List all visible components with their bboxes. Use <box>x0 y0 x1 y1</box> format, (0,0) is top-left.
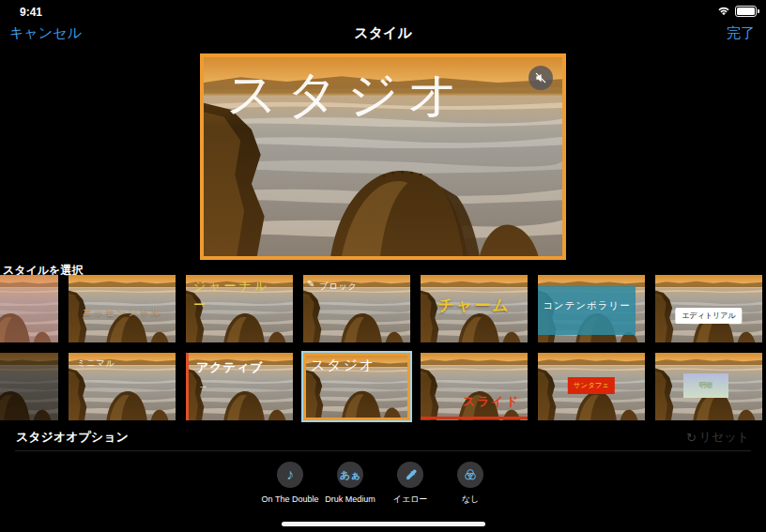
color-filter-icon <box>463 467 478 482</box>
style-thumbnail-block[interactable]: ✎ ブロック <box>303 275 410 342</box>
style-thumbnails-row-1: ーショ エッセンシャル <box>0 275 762 342</box>
status-icons <box>717 6 757 17</box>
soundtrack-button-label: On The Double <box>262 494 319 505</box>
style-thumbnail-label: ジャーナル ー <box>193 277 269 313</box>
style-thumbnail-editorial[interactable]: エディトリアル <box>655 275 762 342</box>
page-title: スタイル <box>0 24 766 42</box>
style-thumbnail-motion[interactable]: ーショ <box>0 275 58 342</box>
style-thumbnail-essential[interactable]: エッセンシャル <box>69 275 176 342</box>
style-thumbnail-clear[interactable]: 明瞭 <box>655 353 762 420</box>
style-thumbnail-label: アクティブ <box>196 359 264 376</box>
style-thumbnail-charm[interactable]: チャーム <box>421 275 528 342</box>
style-thumbnail-label: ミニマル <box>77 357 115 370</box>
battery-icon <box>735 6 757 17</box>
home-indicator[interactable] <box>282 522 485 526</box>
style-editor-screen: 9:41 キャンセル スタイル 完了 <box>0 0 766 532</box>
filter-button-label: なし <box>462 494 479 505</box>
color-button-label: イエロー <box>393 494 428 505</box>
style-thumbnail-label: ブロック <box>319 281 358 293</box>
preview-style-title: スタジオ <box>226 61 467 129</box>
thumbnail-tint <box>421 353 528 420</box>
style-thumbnail-label: サンタフェ <box>568 377 615 394</box>
style-thumbnail-contemporary[interactable]: コンテンポラリー <box>538 275 645 342</box>
mute-button[interactable] <box>529 66 553 90</box>
thumbnail-tint <box>0 275 58 342</box>
style-thumbnail-label: スタジオ <box>311 357 375 374</box>
pencil-icon: ✎ <box>307 279 314 289</box>
style-thumbnail-minimal[interactable]: ミニマル <box>69 353 176 420</box>
reset-button[interactable]: ↻ リセット <box>686 429 749 446</box>
wifi-icon <box>717 7 730 17</box>
style-thumbnail-label: エディトリアル <box>675 308 742 324</box>
font-button-label: Druk Medium <box>325 494 375 505</box>
style-thumbnail-studio[interactable]: スタジオ <box>303 353 410 420</box>
soundtrack-button[interactable]: ♪ On The Double <box>260 462 320 505</box>
status-time: 9:41 <box>20 6 42 19</box>
style-thumbnail-label: コンテンポラリー <box>538 286 636 335</box>
style-thumbnail-label: エッセンシャル <box>82 306 162 319</box>
style-thumbnail-slide[interactable]: スライド <box>421 353 528 420</box>
reset-button-label: リセット <box>699 429 749 446</box>
video-preview[interactable]: スタジオ <box>200 53 566 260</box>
style-thumbnail-label: スライド <box>463 393 520 410</box>
style-thumbnail-modern[interactable]: ーン <box>0 353 58 420</box>
style-thumbnail-active[interactable]: アクティブ → <box>186 353 293 420</box>
eyedropper-icon <box>404 468 418 482</box>
reset-icon: ↻ <box>686 431 697 445</box>
thumbnail-tint <box>0 353 58 420</box>
color-button[interactable]: イエロー <box>380 462 440 505</box>
speaker-muted-icon <box>534 71 547 84</box>
style-thumbnails-row-2: ーン ミニマル <box>0 353 762 420</box>
options-section-heading: スタジオオプション <box>16 429 129 446</box>
style-thumbnail-sub-label: → <box>198 379 208 390</box>
filter-button[interactable]: なし <box>440 462 500 505</box>
options-divider <box>15 450 751 451</box>
studio-option-buttons: ♪ On The Double あぁ Druk Medium イエロー <box>260 462 500 505</box>
music-note-icon: ♪ <box>286 466 294 483</box>
done-button[interactable]: 完了 <box>727 24 755 42</box>
font-button[interactable]: あぁ Druk Medium <box>320 462 380 505</box>
style-thumbnail-santafe[interactable]: サンタフェ <box>538 353 645 420</box>
style-thumbnail-journal[interactable]: ジャーナル ー <box>186 275 293 342</box>
text-style-icon: あぁ <box>340 468 361 482</box>
style-thumbnail-label: 明瞭 <box>683 373 728 398</box>
style-thumbnail-label: チャーム <box>437 295 510 316</box>
